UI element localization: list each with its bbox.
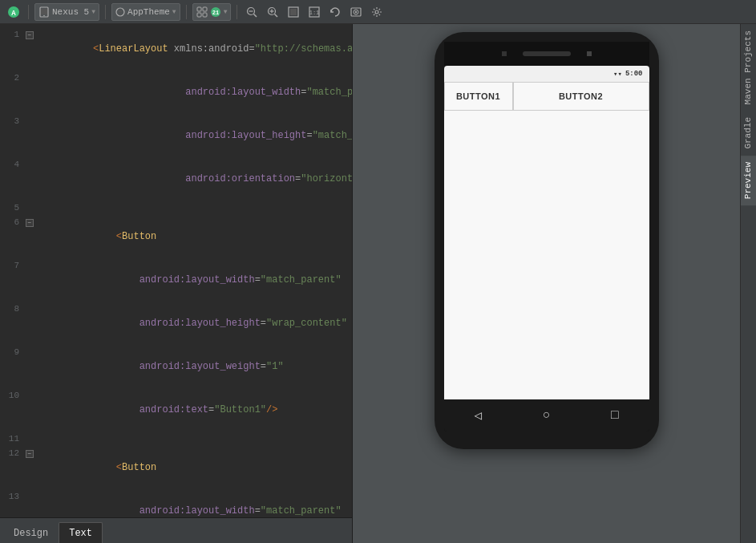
line-num-9: 9 — [0, 345, 26, 359]
right-panel: Maven Projects Gradle Preview — [740, 24, 756, 543]
phone-screen-outer: ▾▾ 5:00 BUTTON1 BUTTON2 — [444, 66, 649, 432]
line-content-2: android:layout_width="match_parent" — [35, 71, 352, 114]
theme-dropdown[interactable]: AppTheme ▼ — [111, 3, 180, 21]
code-line-3: 3 android:layout_height="match_parent" — [0, 114, 352, 157]
api-dropdown[interactable]: 21 21 ▼ — [192, 3, 232, 21]
panel-maven[interactable]: Maven Projects — [741, 24, 756, 111]
phone-buttons-row: BUTTON1 BUTTON2 — [444, 82, 649, 111]
android-studio-icon[interactable]: A — [5, 3, 22, 21]
line-num-7: 7 — [0, 258, 26, 273]
svg-rect-9 — [203, 13, 207, 17]
main-area: 1 − <LinearLayout xmlns:android="http://… — [0, 24, 756, 543]
line-num-8: 8 — [0, 302, 26, 316]
svg-line-14 — [254, 14, 257, 17]
code-content: 1 − <LinearLayout xmlns:android="http://… — [0, 24, 352, 517]
svg-point-25 — [355, 10, 357, 12]
line-content-4: android:orientation="horizontal"> — [35, 157, 352, 201]
svg-text:A: A — [11, 10, 16, 18]
zoom-out-icon[interactable] — [243, 3, 261, 21]
line-content-12: <Button — [35, 446, 352, 489]
svg-text:21: 21 — [212, 10, 218, 16]
fold-icon-1[interactable]: − — [26, 31, 34, 39]
fold-icon-12[interactable]: − — [26, 450, 34, 458]
code-line-7: 7 android:layout_width="match_parent" — [0, 258, 352, 302]
wifi-icon: ▾▾ — [613, 70, 622, 79]
code-line-10: 10 android:text="Button1"/> — [0, 388, 352, 432]
svg-text:1:1: 1:1 — [309, 10, 320, 16]
line-content-3: android:layout_height="match_parent" — [35, 114, 352, 157]
code-line-6: 6 − <Button — [0, 215, 352, 258]
code-editor: 1 − <LinearLayout xmlns:android="http://… — [0, 24, 353, 543]
line-num-2: 2 — [0, 71, 26, 85]
code-line-8: 8 android:layout_height="wrap_content" — [0, 302, 352, 345]
zoom-actual-icon[interactable]: 1:1 — [305, 3, 323, 21]
svg-line-18 — [275, 14, 278, 17]
code-line-12: 12 − <Button — [0, 446, 352, 489]
tab-design[interactable]: Design — [3, 522, 59, 543]
svg-point-26 — [375, 10, 378, 14]
gutter-1[interactable]: − — [26, 27, 35, 42]
phone-button-1-label: BUTTON1 — [456, 91, 500, 101]
phone-nav-bar: ◁ ○ □ — [444, 399, 649, 432]
zoom-in-icon[interactable] — [264, 3, 281, 21]
svg-rect-8 — [197, 13, 201, 17]
top-toolbar: A Nexus 5 ▼ AppTheme ▼ 21 21 ▼ — [0, 0, 756, 24]
line-num-1: 1 — [0, 27, 26, 42]
zoom-fit-icon[interactable] — [285, 3, 302, 21]
phone-status-bar: ▾▾ 5:00 — [444, 66, 649, 82]
device-dropdown-arrow: ▼ — [91, 8, 95, 15]
panel-preview-label: Preview — [743, 162, 753, 199]
nav-recent-btn[interactable]: □ — [611, 408, 619, 423]
nav-home-btn[interactable]: ○ — [543, 408, 551, 423]
theme-label: AppTheme — [127, 7, 170, 17]
device-dropdown[interactable]: Nexus 5 ▼ — [34, 3, 99, 21]
panel-gradle-label: Gradle — [743, 117, 753, 149]
code-line-9: 9 android:layout_weight="1" — [0, 345, 352, 388]
line-num-3: 3 — [0, 114, 26, 128]
svg-rect-6 — [197, 7, 201, 11]
svg-point-4 — [43, 14, 45, 16]
nav-back-btn[interactable]: ◁ — [474, 407, 482, 423]
line-num-5: 5 — [0, 201, 26, 215]
phone-time: 5:00 — [625, 70, 643, 78]
phone-cam-right — [587, 51, 592, 56]
line-num-10: 10 — [0, 388, 26, 403]
line-content-13: android:layout_width="match_parent" — [35, 489, 352, 517]
xml-tag: LinearLayout — [99, 43, 168, 55]
panel-maven-label: Maven Projects — [743, 30, 753, 104]
tab-text[interactable]: Text — [59, 522, 103, 543]
refresh-icon[interactable] — [326, 3, 344, 21]
line-num-11: 11 — [0, 432, 26, 446]
line-num-13: 13 — [0, 489, 26, 504]
line-num-6: 6 — [0, 215, 26, 229]
line-num-12: 12 — [0, 446, 26, 460]
phone-button-1[interactable]: BUTTON1 — [444, 82, 513, 111]
code-line-13: 13 android:layout_width="match_parent" — [0, 489, 352, 517]
device-label: Nexus 5 — [52, 7, 89, 17]
panel-preview[interactable]: Preview — [741, 156, 756, 205]
phone-cam-left — [502, 51, 507, 56]
xml-text: xmlns:android= — [168, 43, 255, 55]
settings-icon[interactable] — [368, 3, 386, 21]
svg-rect-7 — [203, 7, 207, 11]
line-content-10: android:text="Button1"/> — [35, 388, 349, 432]
bottom-tabs: Design Text — [0, 517, 352, 543]
xml-value: "http://schemas.android.c — [255, 43, 352, 55]
panel-gradle[interactable]: Gradle — [741, 111, 756, 156]
phone-button-2[interactable]: BUTTON2 — [513, 82, 649, 111]
line-content-6: <Button — [35, 215, 349, 258]
tab-design-label: Design — [14, 528, 48, 539]
phone-mockup: ▾▾ 5:00 BUTTON1 BUTTON2 — [435, 32, 659, 449]
toolbar-separator-2 — [105, 5, 106, 19]
line-content-1: <LinearLayout xmlns:android="http://sche… — [35, 27, 352, 71]
screenshot-icon[interactable] — [347, 3, 365, 21]
phone-notch — [444, 42, 649, 66]
phone-app-content: BUTTON1 BUTTON2 — [444, 82, 649, 399]
svg-rect-3 — [41, 9, 47, 14]
fold-icon-6[interactable]: − — [26, 219, 34, 227]
gutter-6[interactable]: − — [26, 215, 35, 229]
gutter-12[interactable]: − — [26, 446, 35, 460]
line-content-9: android:layout_weight="1" — [35, 345, 352, 388]
toolbar-separator-3 — [186, 5, 187, 19]
phone-bottom — [444, 432, 649, 440]
